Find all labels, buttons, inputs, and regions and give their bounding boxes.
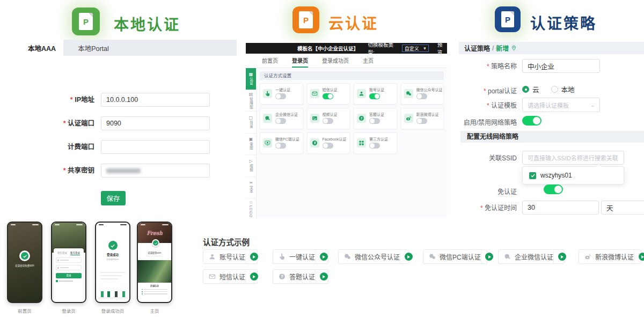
login-tab-account: 账号登录 xyxy=(70,251,80,255)
login-tab-sms: 短信登录 xyxy=(57,251,67,255)
phone-mockup-success-page: 登录成功 欢迎使用WiFi xyxy=(95,222,130,303)
weibo-icon xyxy=(584,253,591,260)
tab-login-page[interactable]: 登录页 xyxy=(292,56,308,68)
policy-name-input[interactable]: 中小企业 xyxy=(522,59,600,73)
onekey-toggle[interactable] xyxy=(275,93,286,99)
play-icon[interactable] xyxy=(481,250,497,263)
status-bar xyxy=(11,224,39,225)
example-account-auth[interactable]: 账号认证 xyxy=(203,249,258,264)
wechat-pc-icon xyxy=(429,253,436,260)
status-bar xyxy=(55,224,83,225)
info-line xyxy=(138,289,171,290)
shared-key-input[interactable] xyxy=(101,164,210,178)
tab-success-page[interactable]: 登录成功页 xyxy=(322,56,349,68)
account-toggle[interactable] xyxy=(369,93,380,99)
template-type-select[interactable]: 自定义 ▾ xyxy=(402,45,429,52)
sidebar-item-auth[interactable]: ▦认证 xyxy=(246,68,256,90)
play-icon[interactable] xyxy=(245,250,262,263)
wechat-pc-toggle[interactable] xyxy=(275,143,286,149)
method-card-onekey: 一键认证 xyxy=(260,83,303,105)
free-auth-toggle[interactable] xyxy=(544,185,563,194)
example-wechat-mp-auth[interactable]: 微信公众号认证 xyxy=(338,249,409,264)
tab-front-page[interactable]: 前置页 xyxy=(262,56,278,68)
document-letter: P xyxy=(505,15,510,24)
shared-key-label: 共享密钥 xyxy=(20,164,94,178)
sidebar-item-carousel[interactable]: ▤轮播图 xyxy=(246,90,256,112)
play-icon[interactable] xyxy=(245,270,262,283)
wecom-toggle[interactable] xyxy=(275,118,286,124)
username-field xyxy=(56,257,82,263)
brand-logo xyxy=(19,250,30,261)
example-wechat-pc-auth[interactable]: 微信PC端认证 xyxy=(423,249,487,264)
play-icon[interactable] xyxy=(553,250,570,263)
hand-icon xyxy=(263,89,272,98)
play-icon[interactable] xyxy=(400,250,416,263)
wechat-mp-toggle[interactable] xyxy=(416,93,427,99)
facebook-toggle[interactable] xyxy=(323,143,333,149)
ssid-search-input[interactable]: 可直接输入SSID名称进行搜索关联 xyxy=(522,151,624,165)
auth-port-label: 认证端口 xyxy=(20,116,94,130)
play-icon[interactable] xyxy=(315,250,332,263)
tab-local-aaa[interactable]: 本地AAA xyxy=(20,40,63,56)
hand-icon xyxy=(279,253,286,260)
thirdparty-toggle[interactable] xyxy=(369,143,380,149)
save-button[interactable]: 保存 xyxy=(101,191,126,205)
example-quiz-auth[interactable]: 答题认证 xyxy=(273,269,328,284)
local-auth-tabbar: 本地AAA 本地Portal xyxy=(20,40,237,56)
shop-info: 店铺信息 xyxy=(138,283,171,294)
play-icon[interactable] xyxy=(634,250,644,263)
example-sms-auth[interactable]: 短信认证 xyxy=(203,269,258,284)
method-card-weibo: 新浪微博认证 xyxy=(401,108,444,129)
free-auth-label: 免认证 xyxy=(459,185,517,199)
text-icon: ≡ xyxy=(249,181,253,185)
radio-local[interactable] xyxy=(551,86,558,93)
wecom-icon xyxy=(504,253,511,260)
user-icon xyxy=(357,89,366,98)
ip-address-input[interactable]: 10.0.0.100 xyxy=(101,93,210,107)
status-bar xyxy=(99,224,127,225)
sidebar-item-logo[interactable]: ☆LOGO xyxy=(246,198,256,220)
portal-auth-radios: 云 本地 xyxy=(522,84,575,94)
free-time-input[interactable]: 30 xyxy=(522,201,599,215)
sms-toggle[interactable] xyxy=(323,93,333,99)
phone-mockup-home-page: Fresh 欢迎使用WiFi 店铺信息 xyxy=(137,222,172,303)
sidebar-item-video[interactable]: ▷视频 xyxy=(246,155,256,177)
policy-icon: P xyxy=(495,6,521,32)
sidebar-item-text[interactable]: ≡文本 xyxy=(246,177,256,199)
sidebar-item-background[interactable]: □背景 xyxy=(246,112,256,134)
document-icon: P xyxy=(299,11,313,28)
placeholder-line xyxy=(100,272,125,273)
brand-neon-sign: Fresh xyxy=(147,230,162,236)
policy-name-label: 策略名称 xyxy=(459,60,517,73)
background-icon: □ xyxy=(249,116,253,120)
auth-template-select[interactable]: 请选择认证模板 ⌄ xyxy=(522,98,600,112)
shop-info-title: 店铺信息 xyxy=(138,284,171,287)
quiz-toggle[interactable] xyxy=(369,118,380,124)
grid-icon xyxy=(357,138,366,148)
example-onekey-auth[interactable]: 一键认证 xyxy=(273,249,328,264)
play-icon[interactable] xyxy=(315,270,332,283)
radio-cloud[interactable] xyxy=(522,86,529,93)
user-icon xyxy=(209,253,216,260)
example-wecom-auth[interactable]: 企业微信认证 xyxy=(498,249,565,264)
document-letter: P xyxy=(83,17,89,26)
weibo-toggle[interactable] xyxy=(416,118,427,124)
tab-home-page[interactable]: 主页 xyxy=(363,56,374,68)
breadcrumb-root[interactable]: 认证策略 xyxy=(464,43,490,53)
enable-policy-toggle[interactable] xyxy=(522,116,541,126)
method-card-quiz: 答题认证 xyxy=(354,108,397,129)
example-weibo-auth[interactable]: 新浪微博认证 xyxy=(579,249,641,264)
caption-login-page: 登录页 xyxy=(51,307,86,314)
sidebar-item-image[interactable]: ▣单图 xyxy=(246,134,256,156)
placeholder-line xyxy=(100,275,122,276)
auth-port-input[interactable]: 9090 xyxy=(101,116,210,130)
billing-port-input[interactable] xyxy=(101,140,210,154)
free-time-unit-select[interactable]: 天 xyxy=(601,201,644,215)
checkbox-checked[interactable] xyxy=(529,172,536,179)
tab-local-portal[interactable]: 本地Portal xyxy=(63,40,123,56)
ssid-option[interactable]: wszyhys01 xyxy=(540,172,572,179)
video-toggle[interactable] xyxy=(323,118,333,124)
page-tabs: 前置页 登录页 登录成功页 主页 xyxy=(246,54,447,68)
document-icon: P xyxy=(501,11,514,27)
auth-template-placeholder: 请选择认证模板 xyxy=(528,101,569,109)
